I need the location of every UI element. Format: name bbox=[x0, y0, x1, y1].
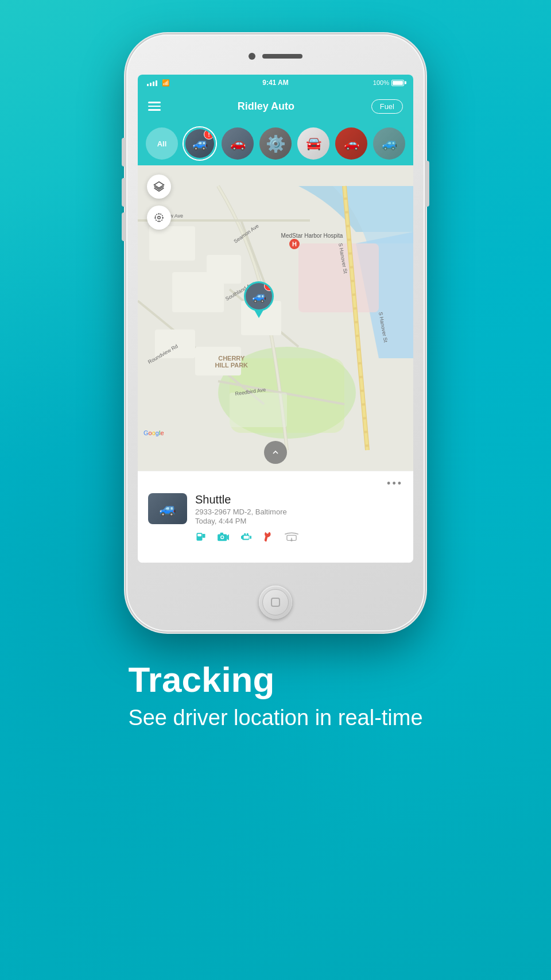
vehicle-item-4[interactable]: 🚘 bbox=[297, 127, 329, 160]
vehicle-avatar-2: 🚗 bbox=[222, 127, 254, 160]
signal-bar-1 bbox=[147, 84, 149, 86]
locate-icon bbox=[154, 212, 164, 223]
bottom-text-section: Tracking See driver location in real-tim… bbox=[94, 660, 457, 733]
map-container: Waterview Ave Seamon Ave Southland Ave R… bbox=[138, 165, 413, 471]
svg-rect-32 bbox=[247, 533, 249, 536]
status-time: 9:41 AM bbox=[262, 79, 289, 87]
svg-point-19 bbox=[158, 216, 161, 219]
marker-alert-badge: ! bbox=[264, 281, 274, 291]
wrench-status-icon[interactable] bbox=[263, 531, 273, 545]
marker-circle: ! 🚙 bbox=[244, 281, 274, 311]
vehicle-carousel: All ! 🚙 🚗 ⚙️ 🚘 bbox=[138, 122, 413, 165]
svg-rect-4 bbox=[149, 226, 195, 261]
panel-more-button[interactable]: ••• bbox=[148, 478, 403, 489]
hospital-label: MedStar Harbor Hospita bbox=[281, 233, 343, 239]
fuel-button[interactable]: Fuel bbox=[371, 99, 403, 114]
svg-rect-31 bbox=[244, 533, 246, 536]
signal-bar-2 bbox=[150, 83, 152, 86]
hamburger-line-2 bbox=[148, 106, 161, 107]
map-svg: Waterview Ave Seamon Ave Southland Ave R… bbox=[138, 165, 413, 471]
tracking-title: Tracking bbox=[128, 660, 422, 699]
home-button[interactable] bbox=[259, 586, 292, 619]
signal-bar-4 bbox=[156, 80, 157, 86]
home-button-inner bbox=[262, 589, 289, 615]
vehicle-info-row: 🚙 Shuttle 2933-2967 MD-2, Baltimore Toda… bbox=[148, 493, 403, 545]
camera-dot bbox=[249, 53, 255, 60]
vehicle-details: Shuttle 2933-2967 MD-2, Baltimore Today,… bbox=[195, 493, 403, 545]
scroll-up-handle[interactable] bbox=[264, 441, 287, 464]
phone-screen: 📶 9:41 AM 100% Ridley Auto Fue bbox=[138, 75, 413, 563]
svg-rect-29 bbox=[241, 536, 243, 539]
status-right: 100% bbox=[373, 79, 404, 86]
svg-point-20 bbox=[155, 214, 163, 222]
vehicle-item-6[interactable]: 🚙 bbox=[373, 127, 405, 160]
vehicle-avatar-6: 🚙 bbox=[373, 127, 405, 160]
vehicle-all-button[interactable]: All bbox=[146, 127, 178, 160]
phone-top-bar bbox=[224, 51, 327, 62]
fuel-status-icon[interactable] bbox=[195, 531, 207, 545]
battery-icon bbox=[391, 80, 404, 86]
svg-rect-33 bbox=[244, 536, 249, 539]
svg-rect-7 bbox=[207, 255, 241, 284]
map-layer-button[interactable] bbox=[147, 175, 171, 199]
vehicle-avatar-3: ⚙️ bbox=[259, 127, 292, 160]
app-header: Ridley Auto Fuel bbox=[138, 91, 413, 122]
hamburger-line-3 bbox=[148, 109, 161, 111]
vehicle-avatar-4: 🚘 bbox=[297, 127, 329, 160]
tracking-subtitle: See driver location in real-time bbox=[128, 704, 422, 732]
vehicle-item-1[interactable]: ! 🚙 bbox=[184, 127, 216, 160]
phone-mockup: 📶 9:41 AM 100% Ridley Auto Fue bbox=[126, 34, 425, 632]
svg-rect-10 bbox=[230, 393, 287, 427]
camera-status-icon[interactable] bbox=[217, 532, 230, 545]
signal-bars bbox=[147, 79, 157, 86]
hamburger-line-1 bbox=[148, 102, 161, 103]
marker-car-icon: 🚙 bbox=[252, 289, 266, 303]
home-button-square bbox=[271, 598, 280, 607]
park-label-line1: CHERRY bbox=[218, 355, 245, 362]
vehicle-time: Today, 4:44 PM bbox=[195, 517, 403, 525]
battery-fill bbox=[393, 81, 403, 85]
map-vehicle-marker[interactable]: ! 🚙 bbox=[244, 281, 274, 318]
wifi-icon: 📶 bbox=[162, 79, 170, 87]
vehicle-name: Shuttle bbox=[195, 493, 403, 506]
google-watermark: Google bbox=[143, 429, 164, 436]
svg-rect-27 bbox=[220, 533, 223, 535]
vehicle-item-2[interactable]: 🚗 bbox=[222, 127, 254, 160]
svg-rect-3 bbox=[298, 243, 379, 312]
svg-point-26 bbox=[221, 536, 223, 539]
status-left: 📶 bbox=[147, 79, 170, 87]
vehicle-thumbnail: 🚙 bbox=[148, 493, 187, 524]
park-label-line2: HILL PARK bbox=[215, 362, 248, 369]
phone-body: 📶 9:41 AM 100% Ridley Auto Fue bbox=[126, 34, 425, 632]
app-title: Ridley Auto bbox=[238, 100, 294, 113]
vehicle-alert-badge-1: ! bbox=[204, 129, 214, 140]
vehicle-address: 2933-2967 MD-2, Baltimore bbox=[195, 508, 403, 516]
svg-rect-22 bbox=[197, 534, 201, 536]
map-locate-button[interactable] bbox=[147, 206, 171, 230]
hospital-h-marker: H bbox=[289, 239, 300, 249]
speaker-bar bbox=[262, 54, 302, 59]
vehicle-avatar-5: 🚗 bbox=[335, 127, 367, 160]
vehicle-status-icons bbox=[195, 531, 403, 545]
vehicle-info-panel: ••• 🚙 Shuttle 2933-2967 MD-2, Baltimore … bbox=[138, 471, 413, 563]
svg-rect-30 bbox=[250, 536, 251, 539]
status-bar: 📶 9:41 AM 100% bbox=[138, 75, 413, 91]
engine-status-icon[interactable] bbox=[240, 532, 253, 545]
signal-bar-3 bbox=[153, 82, 154, 86]
chevron-up-icon bbox=[271, 448, 280, 457]
layers-icon bbox=[153, 181, 165, 192]
vehicle-item-3[interactable]: ⚙️ bbox=[259, 127, 292, 160]
telematics-status-icon[interactable] bbox=[284, 532, 300, 545]
battery-text: 100% bbox=[373, 79, 389, 86]
park-label: CHERRY HILL PARK bbox=[215, 355, 248, 369]
hamburger-menu-button[interactable] bbox=[148, 102, 161, 111]
vehicle-item-5[interactable]: 🚗 bbox=[335, 127, 367, 160]
marker-tail bbox=[254, 310, 263, 318]
